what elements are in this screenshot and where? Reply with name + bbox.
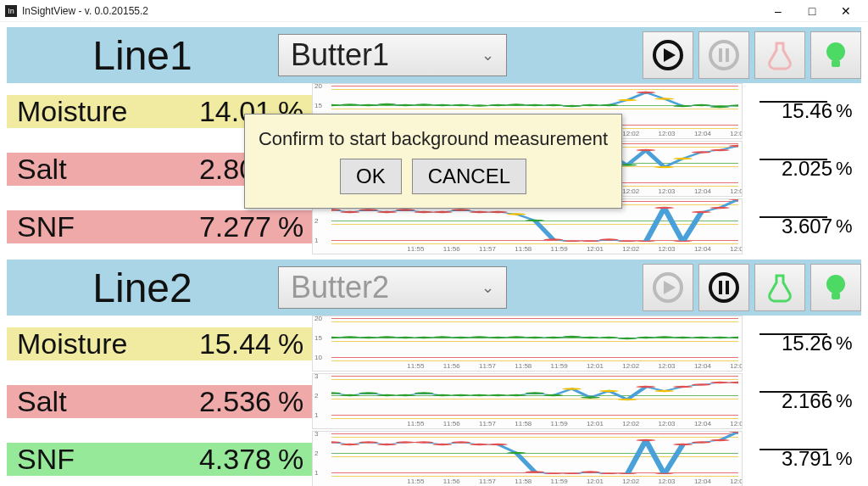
line-header: Line2 Butter2 ⌄ [7, 260, 861, 316]
line-title: Line1 [7, 32, 278, 79]
svg-rect-3 [719, 48, 722, 62]
svg-point-146 [636, 439, 655, 441]
dialog-cancel-button[interactable]: CANCEL [412, 159, 526, 194]
svg-point-84 [340, 336, 359, 338]
svg-point-7 [331, 104, 342, 106]
svg-point-64 [525, 220, 544, 221]
average-value: 15.26 [743, 332, 836, 355]
svg-point-74 [710, 207, 730, 209]
svg-point-26 [673, 105, 693, 107]
svg-point-19 [543, 104, 563, 106]
svg-point-56 [377, 211, 397, 213]
svg-point-12 [415, 103, 434, 105]
measurement-label: SNF [7, 210, 151, 243]
measurement-unit: % [278, 443, 312, 476]
measurement-value: 4.378 [151, 443, 278, 476]
svg-point-100 [636, 337, 655, 338]
svg-rect-82 [832, 293, 840, 299]
app-icon: In [5, 5, 17, 17]
svg-point-94 [525, 337, 544, 338]
svg-point-24 [636, 92, 655, 93]
product-select[interactable]: Butter1 ⌄ [278, 34, 507, 76]
bulb-button[interactable] [810, 31, 861, 79]
chevron-down-icon: ⌄ [481, 46, 494, 64]
titlebar: In InSightView - v. 0.0.20155.2 – □ ✕ [0, 0, 868, 22]
svg-point-139 [507, 452, 526, 454]
svg-point-25 [654, 98, 674, 99]
svg-point-51 [710, 149, 730, 151]
svg-point-120 [581, 396, 600, 398]
measurement-value: 7.277 [151, 210, 278, 243]
measurement-row: Salt 2.536 % 123 11:5511:5611:5711:5811:… [7, 373, 861, 431]
svg-point-81 [826, 275, 845, 293]
svg-point-125 [673, 386, 693, 388]
measurement-value: 2.536 [151, 385, 278, 418]
svg-point-54 [340, 211, 359, 213]
svg-point-57 [396, 209, 415, 210]
svg-point-85 [359, 337, 378, 338]
svg-point-103 [692, 337, 711, 338]
average-value: 2.166 [743, 389, 836, 413]
svg-point-22 [599, 104, 619, 106]
svg-point-96 [562, 336, 581, 338]
svg-point-20 [562, 105, 581, 107]
svg-point-21 [581, 104, 600, 106]
svg-rect-79 [719, 281, 722, 294]
svg-point-72 [673, 241, 693, 242]
svg-point-143 [581, 471, 600, 472]
svg-point-101 [654, 336, 674, 338]
svg-point-49 [673, 158, 693, 159]
svg-point-73 [692, 211, 711, 213]
svg-point-61 [470, 211, 489, 213]
average-unit: % [836, 158, 861, 180]
window-title: InSightView - v. 0.0.20155.2 [22, 5, 761, 17]
dialog-ok-button[interactable]: OK [340, 159, 402, 194]
measurement-chart: 123 11:5511:5611:5711:5811:5912:0112:021… [312, 431, 743, 486]
play-button[interactable] [643, 31, 693, 79]
product-select-label: Butter2 [291, 270, 389, 305]
svg-point-52 [728, 145, 738, 147]
svg-point-63 [507, 213, 526, 215]
svg-point-16 [488, 104, 508, 106]
maximize-button[interactable]: □ [795, 0, 829, 22]
measurement-unit: % [278, 210, 312, 243]
svg-point-148 [673, 444, 693, 445]
measurement-label: Salt [7, 153, 151, 186]
minimize-button[interactable]: – [761, 0, 795, 22]
svg-point-93 [507, 336, 526, 338]
svg-point-119 [562, 388, 581, 389]
svg-point-115 [488, 394, 508, 396]
svg-point-18 [525, 104, 544, 106]
svg-point-23 [618, 99, 637, 101]
close-button[interactable]: ✕ [829, 0, 863, 22]
svg-point-105 [728, 337, 738, 338]
measurement-label: Moisture [7, 95, 151, 128]
average-value: 15.46 [743, 99, 836, 123]
average-unit: % [836, 215, 861, 237]
svg-point-50 [692, 151, 711, 153]
svg-point-15 [470, 104, 489, 106]
measurement-value: 15.44 [151, 327, 278, 360]
svg-point-86 [377, 336, 397, 338]
svg-point-5 [826, 42, 845, 61]
flask-button[interactable] [754, 264, 805, 311]
svg-point-124 [654, 390, 674, 392]
measurement-chart: 101520 11:5511:5611:5711:5811:5912:0112:… [312, 316, 743, 371]
pause-button [698, 31, 749, 79]
measurement-unit: % [278, 385, 312, 418]
svg-point-13 [432, 104, 452, 106]
bulb-button[interactable] [810, 264, 861, 311]
measurement-label: Moisture [7, 327, 151, 360]
svg-point-133 [396, 441, 415, 443]
svg-point-112 [432, 394, 452, 396]
svg-point-102 [673, 337, 693, 338]
svg-point-28 [710, 106, 730, 108]
confirm-dialog: Confirm to start background measurement … [244, 114, 622, 209]
svg-point-58 [415, 211, 434, 213]
svg-point-135 [432, 444, 452, 445]
line-title: Line2 [7, 265, 278, 311]
play-button [643, 264, 693, 311]
pause-button[interactable] [698, 264, 749, 311]
svg-point-76 [654, 274, 682, 301]
svg-point-128 [728, 382, 738, 383]
